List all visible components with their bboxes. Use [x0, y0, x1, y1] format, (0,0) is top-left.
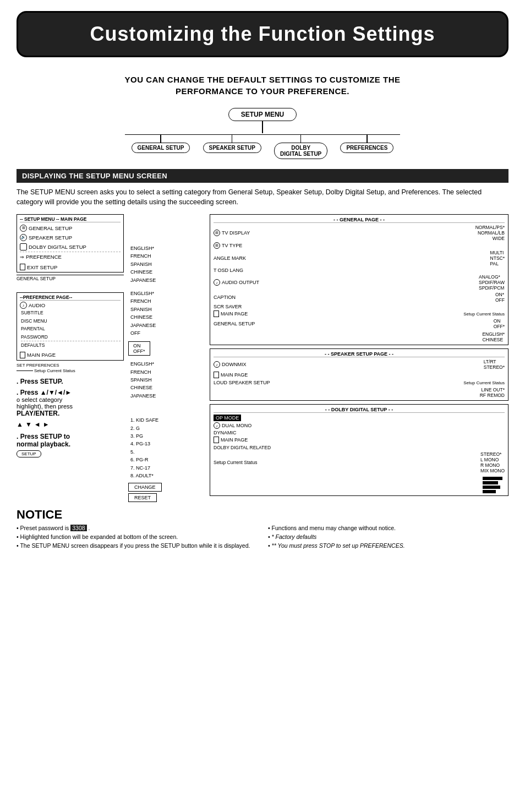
speaker-main-label: MAIN PAGE: [221, 372, 248, 378]
disc-lang-es: SPANISH: [130, 376, 205, 384]
on-off-indicator: ON OFF*: [128, 341, 150, 356]
dolby-main-page-row: MAIN PAGE: [214, 437, 505, 443]
angle-options: MULTI NTSC* PAL: [490, 250, 505, 266]
tv-display-icon: ⊞: [214, 230, 220, 236]
rating-8: 8. ADULT*: [130, 472, 205, 479]
pref-parental: PARENTAL: [21, 325, 121, 333]
audio-output-label: AUDIO OUTPUT: [222, 280, 259, 285]
analog-opt: ANALOG*: [479, 274, 505, 280]
step2b: o select category: [17, 396, 124, 403]
step3b: normal playback.: [17, 440, 124, 448]
op-mode-label: OP MODE: [216, 415, 239, 421]
main-page-row: MAIN PAGE Setup Current Status: [214, 310, 505, 317]
dolby-main-label: MAIN PAGE: [221, 437, 248, 443]
downmix-options: LT/RT STEREO*: [484, 359, 505, 370]
setup-button-row: SETUP: [17, 450, 124, 457]
arrow-left-icon: ◄: [34, 421, 41, 428]
menu-branch-line-top: [262, 121, 263, 133]
general-icon: ⊞: [20, 225, 27, 232]
sub-lang-en: ENGLISH*: [130, 290, 205, 297]
eng-zh-options: ENGLISH* CHINESE: [482, 331, 505, 342]
angle-pal: PAL: [490, 261, 505, 266]
main-diagram: -- SETUP MENU -- MAIN PAGE ⊞ GENERAL SET…: [17, 214, 508, 502]
setup-button[interactable]: SETUP: [17, 450, 41, 457]
speaker-icon: 🔊: [20, 234, 27, 241]
general-setup-onoff-row: GENERAL SETUP ON OFF*: [214, 318, 505, 329]
dolby-page-panel: - - DOLBY DIGITAL SETUP - - OP MODE ♪ DU…: [210, 404, 508, 496]
change-button[interactable]: CHANGE: [128, 483, 162, 492]
english-chinese-row: ENGLISH* CHINESE: [214, 331, 505, 342]
menu-item-general: ⊞ GENERAL SETUP: [20, 224, 121, 233]
rating-5: 5.: [130, 448, 205, 456]
dual-mono-row: ♪ DUAL MONO: [214, 422, 505, 429]
menu-item-dolby-label: DOLBY DIGITAL SETUP: [29, 242, 86, 252]
stereo-opt: STEREO*: [484, 364, 505, 370]
preference-items-list: SUBTITLE DISC MENU PARENTAL PASSWORD DEF…: [20, 309, 121, 349]
general-page-panel: - - GENERAL PAGE - - ⊞ TV DISPLAY NORMAL…: [210, 214, 508, 345]
tv-type-row: ⊞ TV TYPE: [214, 242, 505, 249]
exit-label: EXIT SETUP: [27, 264, 57, 270]
l-mono-opt: L MONO: [480, 457, 505, 462]
notice-item-2: Highlighted function will be expanded at…: [17, 533, 257, 542]
main-page-icon2: [214, 310, 219, 317]
dual-mono-label: DUAL MONO: [222, 423, 251, 428]
preference-page-title: --PREFERENCE PAGE--: [20, 295, 121, 301]
speaker-status-text: Setup Current Status: [463, 380, 505, 385]
reset-button[interactable]: RESET: [128, 493, 157, 502]
stereo-opt2: STEREO*: [480, 451, 505, 457]
dynamic-label: DYNAMIC: [214, 430, 237, 435]
page-title-box: Customizing the Function Settings: [17, 11, 508, 57]
gen-on: ON: [494, 318, 505, 324]
general-setup-label2: GENERAL SETUP: [214, 321, 255, 326]
notice-item-1: Preset password is 3308 .: [17, 524, 257, 533]
rating-3: 3. PG: [130, 432, 205, 440]
preference-icon: ⇒: [20, 253, 24, 261]
set-preferences-label: SET PREFERENCES: [17, 363, 124, 368]
menu-child-speaker: SPEAKER SETUP: [203, 143, 261, 153]
rf-remod-col: RF REMOD: [214, 393, 505, 398]
spdif-raw-opt: SPDIF/RAW: [479, 280, 505, 285]
osd-lang-row: T OSD LANG: [214, 268, 505, 273]
pref-main-page-row: MAIN PAGE: [20, 352, 121, 358]
tv-display-row: ⊞ TV DISPLAY NORMAL/PS* NORMAL/LB WIDE: [214, 225, 505, 241]
angle-ntsc: NTSC*: [490, 255, 505, 261]
pref-disc-menu: DISC MENU: [21, 317, 121, 325]
menu-item-preference: ⇒ PREFERENCE: [20, 252, 121, 261]
menu-item-speaker-label: SPEAKER SETUP: [29, 233, 72, 242]
gen-on-off: ON OFF*: [494, 318, 505, 329]
pref-defaults: DEFAULTS: [21, 341, 121, 349]
general-page-title: - - GENERAL PAGE - -: [214, 217, 505, 223]
rating-6: 6. PG-R: [130, 456, 205, 464]
audio-lang-zh: CHINESE: [130, 268, 205, 276]
main-page-label2: MAIN PAGE: [221, 311, 248, 317]
sub-lang-off: OFF: [130, 329, 205, 337]
graph-bar-3: [483, 486, 500, 489]
loud-speaker-label: LOUD SPEAKER SETUP: [214, 380, 270, 385]
setup-status-label: Setup Current Status: [34, 368, 75, 373]
tv-type-label: TV TYPE: [222, 243, 242, 248]
step2c: highlight), then press: [17, 403, 124, 410]
tv-opt-wide: WIDE: [493, 236, 505, 241]
op-mode-highlight: OP MODE: [214, 415, 241, 421]
graph-bar-2: [483, 481, 498, 484]
preference-page-box: --PREFERENCE PAGE-- ♪ AUDIO SUBTITLE DIS…: [17, 292, 124, 360]
menu-item-speaker: 🔊 SPEAKER SETUP: [20, 233, 121, 242]
angle-mark-row: ANGLE MARK MULTI NTSC* PAL: [214, 250, 505, 266]
status-line: [17, 370, 33, 371]
caption-label: CAPTION: [214, 295, 236, 300]
setup-current-status: Setup Current Status: [463, 312, 505, 317]
notice-item-4: Functions and menu may change without no…: [268, 524, 508, 533]
menu-item-general-label: GENERAL SETUP: [29, 224, 72, 233]
sub-lang-ja: JAPANESE: [130, 321, 205, 329]
menu-item-dolby: DOLBY DIGITAL SETUP: [20, 242, 121, 252]
notice-item-6: ** You must press STOP to set up PREFERE…: [268, 542, 508, 551]
arrow-right-icon: ►: [43, 421, 50, 428]
angle-mark-label: ANGLE MARK: [214, 255, 246, 261]
password-highlight: 3308: [70, 525, 86, 531]
right-column: - - GENERAL PAGE - - ⊞ TV DISPLAY NORMAL…: [210, 214, 508, 502]
step2: . Press ▲/▼/◄/►: [17, 389, 124, 396]
audio-lang-ja: JAPANESE: [130, 276, 205, 284]
menu-root-node: SETUP MENU: [228, 108, 297, 121]
tv-opt-normal-lb: NORMAL/LB: [478, 230, 505, 236]
osd-lang-label: OSD LANG: [218, 268, 244, 273]
